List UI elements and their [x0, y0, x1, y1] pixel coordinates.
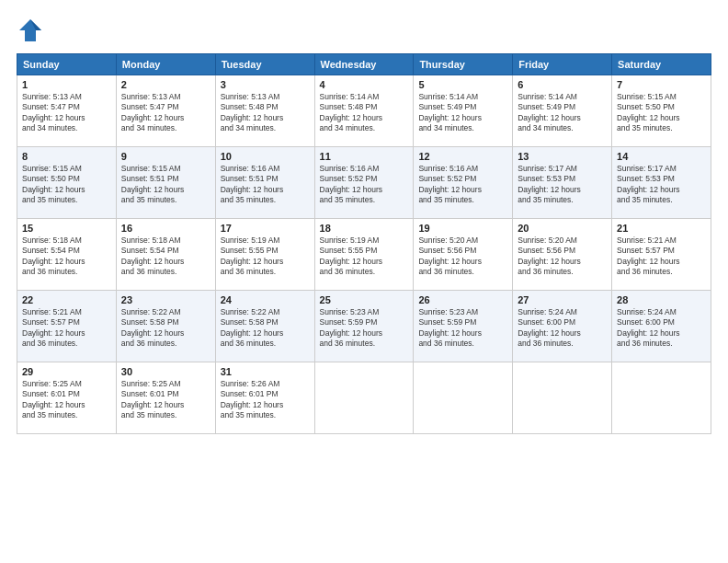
day-info: Sunrise: 5:24 AM Sunset: 6:00 PM Dayligh… [617, 307, 706, 350]
day-number: 17 [221, 223, 310, 234]
calendar-header-wednesday: Wednesday [314, 54, 414, 75]
day-number: 7 [617, 79, 706, 90]
calendar-day-26: 26Sunrise: 5:23 AM Sunset: 5:59 PM Dayli… [414, 291, 513, 362]
logo-icon [17, 17, 44, 44]
day-number: 4 [320, 79, 409, 90]
day-info: Sunrise: 5:22 AM Sunset: 5:58 PM Dayligh… [121, 307, 210, 350]
calendar-day-30: 30Sunrise: 5:25 AM Sunset: 6:01 PM Dayli… [116, 362, 215, 434]
day-info: Sunrise: 5:13 AM Sunset: 5:48 PM Dayligh… [221, 92, 310, 134]
calendar-week-1: 1Sunrise: 5:13 AM Sunset: 5:47 PM Daylig… [17, 75, 711, 147]
day-number: 23 [121, 294, 210, 305]
calendar-week-4: 22Sunrise: 5:21 AM Sunset: 5:57 PM Dayli… [17, 291, 711, 362]
day-number: 31 [221, 366, 310, 377]
page: SundayMondayTuesdayWednesdayThursdayFrid… [0, 0, 728, 563]
calendar-empty-cell [612, 362, 711, 434]
calendar-day-15: 15Sunrise: 5:18 AM Sunset: 5:54 PM Dayli… [17, 219, 117, 291]
day-info: Sunrise: 5:18 AM Sunset: 5:54 PM Dayligh… [22, 236, 111, 278]
day-info: Sunrise: 5:13 AM Sunset: 5:47 PM Dayligh… [22, 92, 111, 134]
calendar-header-row: SundayMondayTuesdayWednesdayThursdayFrid… [17, 54, 711, 75]
calendar-day-18: 18Sunrise: 5:19 AM Sunset: 5:55 PM Dayli… [314, 219, 414, 291]
calendar-day-13: 13Sunrise: 5:17 AM Sunset: 5:53 PM Dayli… [513, 147, 612, 219]
day-info: Sunrise: 5:15 AM Sunset: 5:51 PM Dayligh… [121, 164, 210, 206]
calendar-day-11: 11Sunrise: 5:16 AM Sunset: 5:52 PM Dayli… [314, 147, 414, 219]
calendar-header-friday: Friday [513, 54, 612, 75]
day-number: 3 [221, 79, 310, 90]
calendar-day-16: 16Sunrise: 5:18 AM Sunset: 5:54 PM Dayli… [116, 219, 215, 291]
day-number: 1 [22, 79, 111, 90]
day-info: Sunrise: 5:23 AM Sunset: 5:59 PM Dayligh… [320, 307, 409, 350]
calendar-day-9: 9Sunrise: 5:15 AM Sunset: 5:51 PM Daylig… [116, 147, 215, 219]
calendar-day-5: 5Sunrise: 5:14 AM Sunset: 5:49 PM Daylig… [414, 75, 513, 147]
day-info: Sunrise: 5:17 AM Sunset: 5:53 PM Dayligh… [617, 164, 706, 206]
day-info: Sunrise: 5:17 AM Sunset: 5:53 PM Dayligh… [518, 164, 607, 206]
calendar-day-17: 17Sunrise: 5:19 AM Sunset: 5:55 PM Dayli… [215, 219, 314, 291]
day-info: Sunrise: 5:19 AM Sunset: 5:55 PM Dayligh… [320, 236, 409, 278]
calendar-day-24: 24Sunrise: 5:22 AM Sunset: 5:58 PM Dayli… [215, 291, 314, 362]
day-info: Sunrise: 5:14 AM Sunset: 5:48 PM Dayligh… [320, 92, 409, 134]
day-info: Sunrise: 5:14 AM Sunset: 5:49 PM Dayligh… [518, 92, 607, 134]
calendar-empty-cell [314, 362, 414, 434]
calendar-day-2: 2Sunrise: 5:13 AM Sunset: 5:47 PM Daylig… [116, 75, 215, 147]
day-number: 20 [518, 223, 607, 234]
calendar-week-2: 8Sunrise: 5:15 AM Sunset: 5:50 PM Daylig… [17, 147, 711, 219]
calendar-header-thursday: Thursday [414, 54, 513, 75]
day-number: 11 [320, 151, 409, 162]
day-number: 21 [617, 223, 706, 234]
day-info: Sunrise: 5:22 AM Sunset: 5:58 PM Dayligh… [221, 307, 310, 350]
day-info: Sunrise: 5:25 AM Sunset: 6:01 PM Dayligh… [22, 379, 111, 421]
day-number: 14 [617, 151, 706, 162]
calendar-day-27: 27Sunrise: 5:24 AM Sunset: 6:00 PM Dayli… [513, 291, 612, 362]
day-info: Sunrise: 5:26 AM Sunset: 6:01 PM Dayligh… [221, 379, 310, 421]
day-info: Sunrise: 5:14 AM Sunset: 5:49 PM Dayligh… [418, 92, 507, 134]
calendar-day-7: 7Sunrise: 5:15 AM Sunset: 5:50 PM Daylig… [612, 75, 711, 147]
day-number: 27 [518, 294, 607, 305]
day-info: Sunrise: 5:15 AM Sunset: 5:50 PM Dayligh… [617, 92, 706, 134]
day-number: 16 [121, 223, 210, 234]
calendar-day-10: 10Sunrise: 5:16 AM Sunset: 5:51 PM Dayli… [215, 147, 314, 219]
calendar-day-25: 25Sunrise: 5:23 AM Sunset: 5:59 PM Dayli… [314, 291, 414, 362]
calendar-day-4: 4Sunrise: 5:14 AM Sunset: 5:48 PM Daylig… [314, 75, 414, 147]
day-number: 25 [320, 294, 409, 305]
calendar-day-14: 14Sunrise: 5:17 AM Sunset: 5:53 PM Dayli… [612, 147, 711, 219]
logo [17, 17, 48, 44]
calendar-header-monday: Monday [116, 54, 215, 75]
day-number: 24 [221, 294, 310, 305]
day-info: Sunrise: 5:13 AM Sunset: 5:47 PM Dayligh… [121, 92, 210, 134]
day-info: Sunrise: 5:20 AM Sunset: 5:56 PM Dayligh… [518, 236, 607, 278]
day-number: 30 [121, 366, 210, 377]
day-info: Sunrise: 5:21 AM Sunset: 5:57 PM Dayligh… [617, 236, 706, 278]
day-info: Sunrise: 5:19 AM Sunset: 5:55 PM Dayligh… [221, 236, 310, 278]
calendar-day-8: 8Sunrise: 5:15 AM Sunset: 5:50 PM Daylig… [17, 147, 117, 219]
day-info: Sunrise: 5:16 AM Sunset: 5:52 PM Dayligh… [418, 164, 507, 206]
calendar-day-1: 1Sunrise: 5:13 AM Sunset: 5:47 PM Daylig… [17, 75, 117, 147]
calendar-header-sunday: Sunday [17, 54, 117, 75]
day-number: 18 [320, 223, 409, 234]
day-number: 13 [518, 151, 607, 162]
day-info: Sunrise: 5:20 AM Sunset: 5:56 PM Dayligh… [418, 236, 507, 278]
day-number: 9 [121, 151, 210, 162]
calendar-empty-cell [414, 362, 513, 434]
day-info: Sunrise: 5:25 AM Sunset: 6:01 PM Dayligh… [121, 379, 210, 421]
calendar-week-5: 29Sunrise: 5:25 AM Sunset: 6:01 PM Dayli… [17, 362, 711, 434]
day-info: Sunrise: 5:24 AM Sunset: 6:00 PM Dayligh… [518, 307, 607, 350]
calendar-day-31: 31Sunrise: 5:26 AM Sunset: 6:01 PM Dayli… [215, 362, 314, 434]
day-info: Sunrise: 5:23 AM Sunset: 5:59 PM Dayligh… [418, 307, 507, 350]
calendar-day-20: 20Sunrise: 5:20 AM Sunset: 5:56 PM Dayli… [513, 219, 612, 291]
day-info: Sunrise: 5:18 AM Sunset: 5:54 PM Dayligh… [121, 236, 210, 278]
calendar-empty-cell [513, 362, 612, 434]
day-number: 19 [418, 223, 507, 234]
calendar-day-3: 3Sunrise: 5:13 AM Sunset: 5:48 PM Daylig… [215, 75, 314, 147]
day-number: 22 [22, 294, 111, 305]
day-number: 15 [22, 223, 111, 234]
day-number: 5 [418, 79, 507, 90]
calendar-day-29: 29Sunrise: 5:25 AM Sunset: 6:01 PM Dayli… [17, 362, 117, 434]
calendar-header-tuesday: Tuesday [215, 54, 314, 75]
header [17, 17, 711, 44]
calendar-table: SundayMondayTuesdayWednesdayThursdayFrid… [17, 53, 711, 434]
calendar-week-3: 15Sunrise: 5:18 AM Sunset: 5:54 PM Dayli… [17, 219, 711, 291]
day-info: Sunrise: 5:16 AM Sunset: 5:51 PM Dayligh… [221, 164, 310, 206]
day-info: Sunrise: 5:16 AM Sunset: 5:52 PM Dayligh… [320, 164, 409, 206]
calendar-header-saturday: Saturday [612, 54, 711, 75]
calendar-day-6: 6Sunrise: 5:14 AM Sunset: 5:49 PM Daylig… [513, 75, 612, 147]
calendar-day-23: 23Sunrise: 5:22 AM Sunset: 5:58 PM Dayli… [116, 291, 215, 362]
